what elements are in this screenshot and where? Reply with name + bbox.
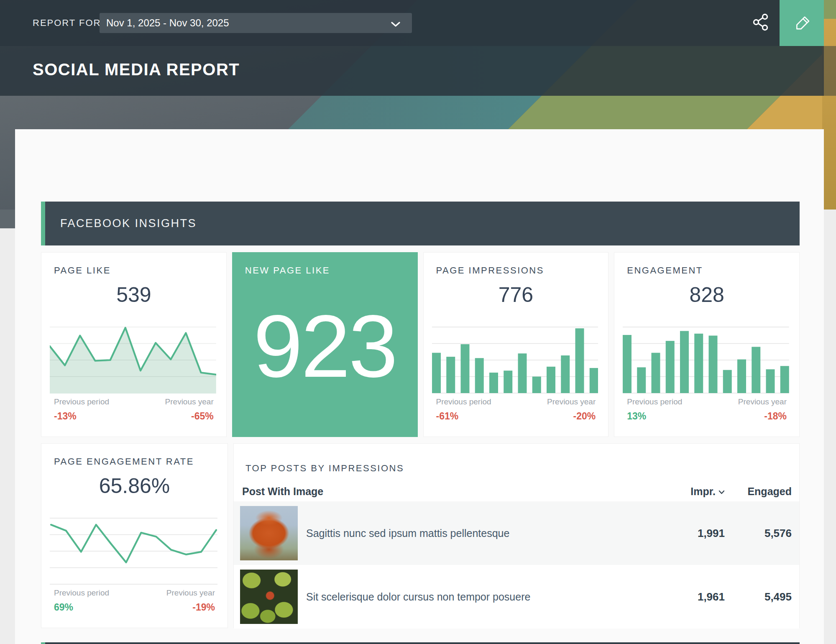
table-row[interactable]: Sit scelerisque dolor cursus non tempor … [234, 565, 799, 629]
next-section-bar [41, 642, 800, 644]
metric-title: PAGE ENGAGEMENT RATE [54, 456, 194, 467]
post-thumbnail-maple-leaves [240, 570, 298, 624]
previous-period-label: Previous period [627, 397, 682, 406]
section-accent [41, 642, 45, 644]
report-for-label: REPORT FOR [33, 18, 101, 28]
previous-period-change: -61% [436, 411, 459, 422]
metric-title: ENGAGEMENT [627, 265, 703, 276]
column-engaged[interactable]: Engaged [725, 486, 792, 498]
metric-card-page-like: PAGE LIKE 539 Previous period Previous y… [41, 252, 227, 437]
previous-year-label: Previous year [547, 397, 596, 406]
chevron-down-icon [718, 486, 725, 497]
column-post-with-image: Post With Image [242, 486, 666, 498]
share-nodes-icon [751, 27, 770, 33]
metric-card-new-page-like: NEW PAGE LIKE 923 [232, 252, 418, 437]
report-header: SOCIAL MEDIA REPORT [0, 46, 824, 96]
page-like-area-chart [50, 327, 216, 394]
chevron-down-icon [391, 21, 400, 28]
metric-value: 828 [614, 283, 799, 307]
column-impressions-sort[interactable]: Impr. [666, 486, 725, 498]
previous-period-label: Previous period [54, 588, 109, 598]
share-button[interactable] [749, 10, 773, 35]
post-impressions: 1,961 [666, 590, 725, 603]
previous-year-label: Previous year [738, 397, 787, 406]
metric-value: 65.86% [41, 474, 228, 498]
table-row[interactable]: Sagittis nunc sed ipsum mattis pellentes… [234, 501, 799, 565]
top-posts-title: TOP POSTS BY IMPRESSIONS [245, 463, 404, 474]
engagement-rate-line-chart [50, 518, 217, 585]
previous-year-change: -20% [573, 411, 596, 422]
previous-period-change: 13% [627, 411, 646, 422]
previous-period-change: -13% [54, 411, 77, 422]
metric-card-page-impressions: PAGE IMPRESSIONS 776 Previous period Pre… [423, 252, 609, 437]
left-margin [0, 210, 15, 228]
page-impressions-bar-chart [432, 327, 598, 394]
metric-card-page-engagement-rate: PAGE ENGAGEMENT RATE 65.86% Previous per… [41, 443, 228, 628]
previous-period-change: 69% [54, 602, 73, 613]
metric-value: 539 [41, 283, 226, 307]
post-thumbnail-autumn-tree [240, 506, 298, 560]
metric-title: PAGE IMPRESSIONS [436, 265, 544, 276]
post-text: Sagittis nunc sed ipsum mattis pellentes… [306, 527, 509, 539]
report-panel: FACEBOOK INSIGHTS PAGE LIKE 539 Previous… [15, 129, 824, 644]
previous-year-change: -19% [192, 602, 215, 613]
pencil-icon [791, 12, 812, 34]
previous-year-label: Previous year [165, 397, 214, 406]
date-range-select[interactable]: Nov 1, 2025 - Nov 30, 2025 [100, 13, 412, 33]
metric-title: NEW PAGE LIKE [245, 265, 330, 276]
post-engaged: 5,495 [725, 590, 792, 603]
report-page: SOCIAL MEDIA REPORT REPORT FOR Nov 1, 20… [0, 0, 836, 644]
previous-year-change: -65% [191, 411, 214, 422]
page-title: SOCIAL MEDIA REPORT [33, 60, 240, 79]
date-range-value: Nov 1, 2025 - Nov 30, 2025 [106, 17, 229, 29]
metric-value: 776 [424, 283, 608, 307]
top-posts-table-header: Post With Image Impr. Engaged [242, 486, 792, 498]
post-text: Sit scelerisque dolor cursus non tempor … [306, 591, 530, 603]
corner-shade [824, 46, 836, 96]
top-toolbar: REPORT FOR Nov 1, 2025 - Nov 30, 2025 [0, 0, 824, 46]
post-impressions: 1,991 [666, 527, 725, 540]
top-posts-card: TOP POSTS BY IMPRESSIONS Post With Image… [233, 443, 800, 628]
previous-year-change: -18% [764, 411, 787, 422]
section-title: FACEBOOK INSIGHTS [60, 202, 197, 245]
previous-period-label: Previous period [54, 397, 109, 406]
metric-cards-row: PAGE LIKE 539 Previous period Previous y… [41, 252, 800, 437]
metric-value: 923 [233, 302, 417, 391]
section-header-facebook-insights: FACEBOOK INSIGHTS [41, 202, 800, 245]
post-engaged: 5,576 [725, 527, 792, 540]
metric-title: PAGE LIKE [54, 265, 111, 276]
metric-card-engagement: ENGAGEMENT 828 Previous period Previous … [614, 252, 800, 437]
previous-year-label: Previous year [166, 588, 215, 598]
previous-period-label: Previous period [436, 397, 491, 406]
edit-report-button[interactable] [780, 0, 824, 46]
section-accent [41, 202, 45, 245]
bottom-row: PAGE ENGAGEMENT RATE 65.86% Previous per… [41, 443, 800, 628]
engagement-bar-chart [623, 327, 789, 394]
